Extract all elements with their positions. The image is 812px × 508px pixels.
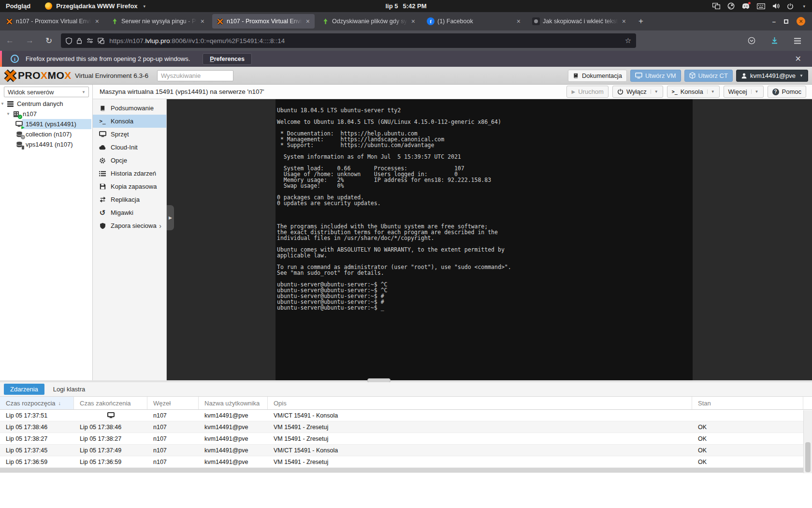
create-vm-button[interactable]: Utwórz VM	[630, 70, 681, 82]
start-button[interactable]: ▶ Uruchom	[566, 86, 608, 98]
window-minimize-button[interactable]: –	[772, 18, 776, 25]
close-icon[interactable]: ×	[621, 17, 627, 25]
menu-item-options[interactable]: Opcje	[93, 154, 166, 167]
search-input[interactable]	[157, 70, 233, 81]
menu-item-console[interactable]: >_ Konsola	[93, 115, 166, 128]
tab-copy-paste-article[interactable]: Jak skopiować i wkleić tekst ×	[528, 14, 631, 29]
log-table-header: Czas rozpoczęcia ↓ Czas zakończenia Węze…	[0, 397, 812, 410]
forward-button[interactable]: →	[20, 36, 40, 45]
column-header-start-time[interactable]: Czas rozpoczęcia ↓	[0, 397, 74, 409]
tree-expander-icon[interactable]: ▼	[6, 112, 11, 116]
column-header-node[interactable]: Węzeł	[147, 397, 199, 409]
user-menu-label: kvm14491@pve	[750, 72, 796, 79]
storage-icon: ?	[15, 131, 23, 138]
lock-icon[interactable]	[76, 37, 82, 44]
table-row[interactable]: Lip 05 17:37:51 n107 kvm14491@pve VM/CT …	[0, 410, 812, 421]
table-row[interactable]: Lip 05 17:37:45 Lip 05 17:37:49 n107 kvm…	[0, 445, 812, 456]
cell-node: n107	[147, 421, 199, 433]
tab-facebook[interactable]: f (1) Facebook ×	[423, 14, 525, 29]
permissions-icon[interactable]	[87, 38, 93, 44]
scrollbar-thumb[interactable]	[805, 442, 811, 472]
novnc-console-area[interactable]: Ubuntu 18.04.5 LTS ubuntu-server tty2 We…	[167, 99, 812, 380]
activities-button[interactable]: Podgląd	[6, 2, 30, 10]
menu-item-summary[interactable]: Podsumowanie	[93, 102, 166, 115]
clock[interactable]: lip 5 5:42 PM	[385, 2, 426, 10]
menu-item-snapshots[interactable]: ↺ Migawki	[93, 206, 166, 219]
menu-item-backup[interactable]: Kopia zapasowa	[93, 180, 166, 193]
tree-node-storage-collection[interactable]: ? collection (n107)	[0, 129, 92, 139]
popup-blocked-icon[interactable]	[98, 38, 104, 44]
chevron-down-icon[interactable]: ▼	[751, 90, 759, 94]
window-maximize-button[interactable]	[784, 19, 788, 24]
url-text[interactable]: https://n107.lvlup.pro:8006/#v1:0:=qemu%…	[109, 37, 621, 45]
console-button[interactable]: >_ Konsola ▼	[667, 86, 720, 98]
preferences-label: Preferences	[210, 56, 245, 62]
tab-tasks[interactable]: Zdarzenia	[4, 384, 44, 395]
shield-icon	[99, 222, 106, 230]
window-close-button[interactable]: ✕	[797, 17, 805, 26]
menu-item-task-history[interactable]: Historia zdarzeń	[93, 167, 166, 180]
tab-proxmox-2-active[interactable]: n107 - Proxmox Virtual Envir ×	[212, 14, 315, 29]
keyboard-icon[interactable]	[757, 3, 765, 9]
tree-node-storage-vps14491[interactable]: vps14491 (n107)	[0, 139, 92, 149]
column-header-status[interactable]: Stan	[692, 397, 803, 409]
tree-node-vm-15491[interactable]: ▶ 15491 (vps14491)	[0, 119, 92, 129]
vertical-scrollbar[interactable]	[803, 410, 812, 473]
close-icon[interactable]: ×	[305, 17, 311, 25]
column-header-description[interactable]: Opis	[268, 397, 692, 409]
power-icon[interactable]	[787, 3, 794, 10]
help-button[interactable]: ? Pomoc	[768, 86, 806, 98]
table-row[interactable]: Lip 05 17:38:27 Lip 05 17:38:27 n107 kvm…	[0, 433, 812, 445]
tree-node-datacenter[interactable]: ▼ Centrum danych	[0, 99, 92, 109]
chevron-down-icon[interactable]: ▼	[651, 90, 658, 94]
vm-terminal-screen[interactable]: Ubuntu 18.04.5 LTS ubuntu-server tty2 We…	[276, 99, 693, 380]
pocket-icon[interactable]	[742, 37, 761, 45]
shutdown-button[interactable]: Wyłącz ▼	[612, 86, 663, 98]
preferences-button[interactable]: Preferences	[203, 53, 252, 65]
panel-expand-handle[interactable]: ▶	[167, 205, 174, 230]
bookmark-star-icon[interactable]: ☆	[625, 36, 631, 45]
displays-icon[interactable]	[712, 3, 720, 9]
app-menu[interactable]: Przeglądarka WWW Firefox	[56, 2, 137, 10]
documentation-button[interactable]: Dokumentacja	[568, 70, 627, 82]
new-tab-button[interactable]: +	[634, 16, 648, 26]
menu-item-replication[interactable]: Replikacja	[93, 193, 166, 206]
tracking-shield-icon[interactable]	[66, 37, 72, 45]
user-menu-button[interactable]: kvm14491@pve ▼	[736, 70, 808, 82]
volume-icon[interactable]	[772, 3, 780, 9]
horizontal-scrollbar[interactable]	[0, 468, 803, 473]
view-select[interactable]: Widok serwerów ▼	[4, 87, 89, 97]
close-icon[interactable]: ✕	[795, 54, 812, 63]
chevron-down-icon[interactable]: ▼	[707, 90, 715, 94]
more-button[interactable]: Więcej ▼	[724, 86, 764, 98]
cell-node: n107	[147, 410, 199, 421]
tree-expander-icon[interactable]: ▼	[0, 102, 5, 106]
gear-icon	[99, 157, 106, 164]
tab-forum-ping[interactable]: Serwer nie wysyła pingu - Py ×	[107, 14, 209, 29]
menu-item-cloud-init[interactable]: Cloud-Init	[93, 141, 166, 154]
chevron-down-icon[interactable]: ▾	[803, 4, 805, 9]
close-icon[interactable]: ×	[94, 17, 100, 25]
tree-node-n107[interactable]: ▼ ✓ n107	[0, 109, 92, 119]
tab-forum-recovery[interactable]: Odzyskiwanie plików gdy sy ×	[318, 14, 420, 29]
tab-proxmox-1[interactable]: n107 - Proxmox Virtual Envir ×	[1, 14, 104, 29]
cell-node: n107	[147, 445, 199, 456]
steam-icon[interactable]	[727, 2, 735, 10]
tab-cluster-log[interactable]: Logi klastra	[50, 384, 88, 395]
create-ct-button[interactable]: Utwórz CT	[684, 70, 733, 82]
reload-button[interactable]: ↻	[40, 36, 58, 46]
close-icon[interactable]: ×	[410, 17, 416, 25]
close-icon[interactable]: ×	[200, 17, 205, 25]
discord-icon[interactable]	[742, 3, 750, 9]
menu-hamburger-icon[interactable]	[788, 38, 807, 44]
table-row[interactable]: Lip 05 17:36:59 Lip 05 17:36:59 n107 kvm…	[0, 456, 812, 468]
close-icon[interactable]: ×	[516, 17, 522, 25]
url-bar[interactable]: https://n107.lvlup.pro:8006/#v1:0:=qemu%…	[61, 33, 636, 48]
menu-item-hardware[interactable]: Sprzęt	[93, 128, 166, 141]
column-header-user[interactable]: Nazwa użytkownika	[199, 397, 268, 409]
downloads-icon[interactable]	[765, 37, 784, 45]
table-row[interactable]: Lip 05 17:38:46 Lip 05 17:38:46 n107 kvm…	[0, 421, 812, 433]
menu-item-firewall[interactable]: Zapora sieciowa ›	[93, 219, 166, 232]
back-button[interactable]: ←	[0, 36, 20, 45]
column-header-end-time[interactable]: Czas zakończenia	[74, 397, 147, 409]
